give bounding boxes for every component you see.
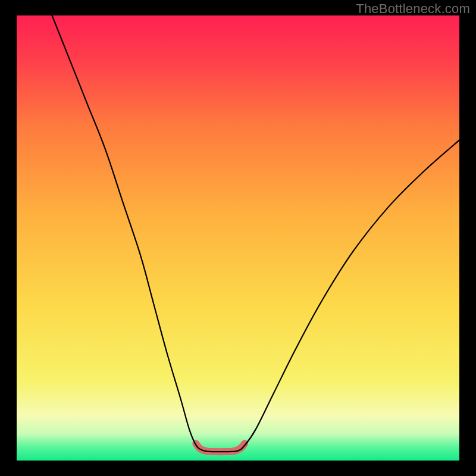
chart-plot-area (17, 15, 459, 461)
chart-background (17, 15, 459, 461)
chart-frame: TheBottleneck.com (0, 0, 476, 476)
chart-svg (17, 15, 459, 461)
watermark-text: TheBottleneck.com (356, 1, 470, 17)
